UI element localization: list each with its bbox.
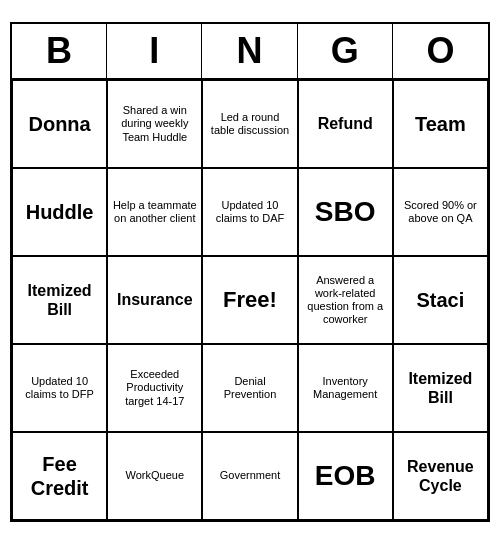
bingo-cell-7: Updated 10 claims to DAF: [202, 168, 297, 256]
bingo-letter-o: O: [393, 24, 488, 78]
bingo-letter-i: I: [107, 24, 202, 78]
bingo-cell-6: Help a teammate on another client: [107, 168, 202, 256]
bingo-letter-n: N: [202, 24, 297, 78]
bingo-cell-16: Exceeded Productivity target 14-17: [107, 344, 202, 432]
bingo-cell-2: Led a round table discussion: [202, 80, 297, 168]
bingo-cell-9: Scored 90% or above on QA: [393, 168, 488, 256]
bingo-cell-1: Shared a win during weekly Team Huddle: [107, 80, 202, 168]
bingo-cell-24: Revenue Cycle: [393, 432, 488, 520]
bingo-cell-21: WorkQueue: [107, 432, 202, 520]
bingo-cell-18: Inventory Management: [298, 344, 393, 432]
bingo-cell-11: Insurance: [107, 256, 202, 344]
bingo-cell-12: Free!: [202, 256, 297, 344]
bingo-cell-23: EOB: [298, 432, 393, 520]
bingo-grid: DonnaShared a win during weekly Team Hud…: [12, 80, 488, 520]
bingo-letter-g: G: [298, 24, 393, 78]
bingo-cell-3: Refund: [298, 80, 393, 168]
bingo-cell-17: Denial Prevention: [202, 344, 297, 432]
bingo-card: BINGO DonnaShared a win during weekly Te…: [10, 22, 490, 522]
bingo-cell-5: Huddle: [12, 168, 107, 256]
bingo-cell-13: Answered a work-related question from a …: [298, 256, 393, 344]
bingo-cell-22: Government: [202, 432, 297, 520]
bingo-cell-14: Staci: [393, 256, 488, 344]
bingo-cell-19: Itemized Bill: [393, 344, 488, 432]
bingo-cell-20: Fee Credit: [12, 432, 107, 520]
bingo-header: BINGO: [12, 24, 488, 80]
bingo-cell-0: Donna: [12, 80, 107, 168]
bingo-cell-10: Itemized Bill: [12, 256, 107, 344]
bingo-cell-4: Team: [393, 80, 488, 168]
bingo-cell-8: SBO: [298, 168, 393, 256]
bingo-cell-15: Updated 10 claims to DFP: [12, 344, 107, 432]
bingo-letter-b: B: [12, 24, 107, 78]
